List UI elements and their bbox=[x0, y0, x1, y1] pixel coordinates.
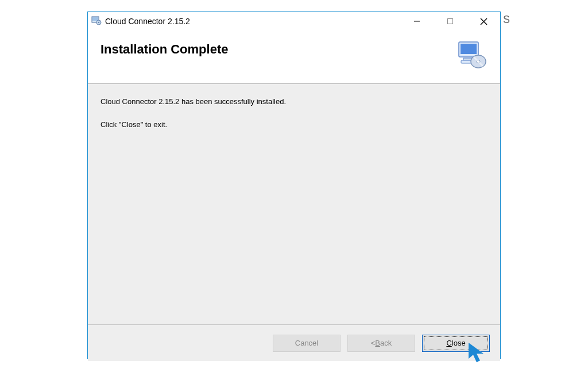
cancel-button-label: Cancel bbox=[295, 339, 318, 347]
computer-disc-icon bbox=[457, 40, 488, 72]
close-button-accel: C bbox=[446, 339, 451, 347]
installer-window: Cloud Connector 2.15.2 Installation Comp… bbox=[87, 12, 501, 359]
back-button-rest: ack bbox=[380, 339, 392, 347]
footer-area: Cancel < Back Close bbox=[88, 324, 500, 361]
maximize-button[interactable] bbox=[434, 12, 467, 30]
svg-point-3 bbox=[98, 22, 99, 23]
titlebar: Cloud Connector 2.15.2 bbox=[88, 12, 500, 30]
page-heading: Installation Complete bbox=[100, 42, 228, 57]
svg-rect-9 bbox=[461, 44, 477, 54]
window-title: Cloud Connector 2.15.2 bbox=[105, 17, 190, 26]
installer-app-icon bbox=[91, 15, 102, 28]
header-area: Installation Complete bbox=[88, 30, 500, 83]
minimize-button[interactable] bbox=[400, 12, 434, 30]
svg-rect-5 bbox=[448, 19, 453, 24]
status-line-2: Click "Close" to exit. bbox=[100, 120, 488, 130]
close-button[interactable]: Close bbox=[422, 335, 490, 352]
title-left: Cloud Connector 2.15.2 bbox=[91, 15, 190, 28]
window-controls bbox=[400, 12, 500, 30]
close-window-button[interactable] bbox=[467, 12, 500, 30]
back-button-prefix: < bbox=[371, 339, 376, 347]
status-line-1: Cloud Connector 2.15.2 has been successf… bbox=[100, 97, 488, 107]
back-button-accel: B bbox=[375, 339, 380, 347]
svg-rect-1 bbox=[92, 17, 98, 21]
close-button-rest: lose bbox=[452, 339, 466, 347]
cancel-button: Cancel bbox=[273, 335, 341, 352]
stray-letter: S bbox=[503, 14, 510, 26]
body-area: Cloud Connector 2.15.2 has been successf… bbox=[88, 84, 500, 324]
back-button: < Back bbox=[347, 335, 415, 352]
